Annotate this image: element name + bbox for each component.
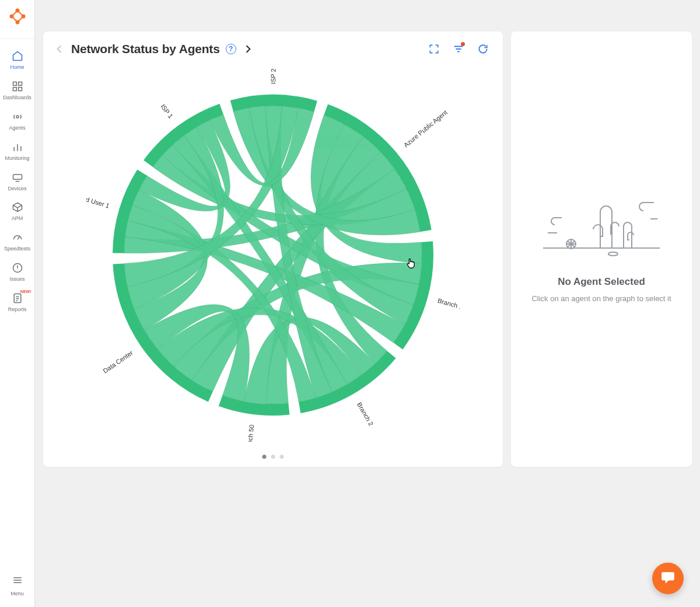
sidebar-item-reports[interactable]: NEW! Reports <box>0 287 35 318</box>
bars-icon <box>11 141 24 154</box>
page-title: Network Status by Agents <box>71 42 220 56</box>
svg-text:Azure Public Agent: Azure Public Agent <box>402 109 449 148</box>
radio-icon <box>11 110 24 123</box>
chat-icon <box>660 570 676 587</box>
sidebar-item-dashboards[interactable]: Dashboards <box>0 75 35 106</box>
sidebar-item-issues[interactable]: Issues <box>0 257 35 287</box>
empty-state-icon <box>543 194 660 259</box>
svg-rect-6 <box>13 88 16 91</box>
empty-state-title: No Agent Selected <box>558 276 645 288</box>
card-header: Network Status by Agents ? <box>43 32 503 62</box>
chat-button[interactable] <box>652 563 684 594</box>
sidebar-item-label: Speedtests <box>4 246 30 252</box>
pagination-dots[interactable] <box>262 455 284 459</box>
alert-icon <box>11 261 24 274</box>
home-icon <box>11 50 24 62</box>
svg-rect-5 <box>18 82 22 85</box>
svg-rect-9 <box>13 175 22 179</box>
svg-rect-4 <box>13 82 16 85</box>
svg-text:End User 1: End User 1 <box>86 193 110 209</box>
sidebar-item-label: Agents <box>9 125 25 131</box>
device-icon <box>11 171 24 184</box>
prev-button[interactable] <box>54 43 65 55</box>
empty-state-subtitle: Click on an agent on the graph to select… <box>531 294 671 304</box>
chord-chart[interactable]: Azure Public AgentBranch 1Branch 2Branch… <box>43 61 503 449</box>
filter-alert-dot <box>461 42 465 46</box>
svg-text:ISP 1: ISP 1 <box>159 103 174 120</box>
next-button[interactable] <box>242 43 254 55</box>
svg-text:Data Center: Data Center <box>102 349 134 375</box>
content-area: Network Status by Agents ? Azure <box>35 0 700 607</box>
sidebar-item-apm[interactable]: APM <box>0 196 35 226</box>
help-icon[interactable]: ? <box>226 44 236 54</box>
page-dot-3[interactable] <box>280 455 284 459</box>
sidebar-item-label: Reports <box>8 307 27 313</box>
svg-point-0 <box>10 15 13 18</box>
sidebar-item-label: Dashboards <box>3 95 32 101</box>
hamburger-icon <box>12 574 23 588</box>
refresh-button[interactable] <box>474 40 492 58</box>
sidebar-item-agents[interactable]: Agents <box>0 106 35 136</box>
svg-rect-7 <box>18 88 22 91</box>
sidebar-item-home[interactable]: Home <box>0 45 35 75</box>
sidebar: Home Dashboards Agents Monitoring Device… <box>0 0 35 607</box>
menu-label: Menu <box>10 591 24 596</box>
sidebar-item-devices[interactable]: Devices <box>0 166 35 197</box>
sidebar-item-label: APM <box>12 216 23 222</box>
expand-button[interactable] <box>425 40 443 58</box>
svg-text:Branch 50: Branch 50 <box>244 424 255 442</box>
svg-rect-11 <box>14 294 21 303</box>
svg-point-22 <box>608 252 618 256</box>
sidebar-item-label: Monitoring <box>5 156 29 162</box>
sidebar-item-speedtests[interactable]: Speedtests <box>0 226 35 257</box>
sidebar-item-monitoring[interactable]: Monitoring <box>0 136 35 166</box>
gauge-icon <box>11 231 24 244</box>
chart-card: Network Status by Agents ? Azure <box>43 32 503 467</box>
svg-point-3 <box>16 21 19 24</box>
app-logo-icon <box>8 7 27 26</box>
filter-button[interactable] <box>449 40 468 58</box>
detail-panel: No Agent Selected Click on an agent on t… <box>511 32 692 467</box>
menu-button[interactable]: Menu <box>0 567 35 607</box>
svg-point-2 <box>16 9 19 12</box>
sidebar-item-label: Home <box>10 65 24 71</box>
dashboard-icon <box>11 80 24 93</box>
svg-point-8 <box>16 116 18 118</box>
sidebar-item-label: Issues <box>9 277 24 282</box>
top-strip <box>35 0 700 32</box>
svg-text:Branch 2: Branch 2 <box>356 401 374 427</box>
svg-text:Branch 1: Branch 1 <box>437 297 460 311</box>
svg-text:ISP 2: ISP 2 <box>270 68 276 84</box>
sidebar-item-label: Devices <box>8 186 26 192</box>
svg-point-1 <box>22 15 24 18</box>
new-badge: NEW! <box>20 289 32 294</box>
cube-icon <box>11 201 24 214</box>
page-dot-2[interactable] <box>271 455 275 459</box>
report-icon <box>11 292 24 305</box>
page-dot-1[interactable] <box>262 455 267 459</box>
